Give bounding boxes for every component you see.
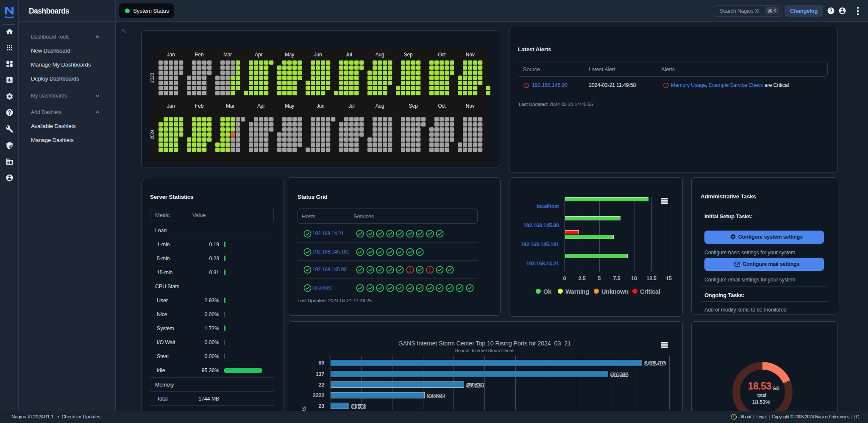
svg-text:Aug: Aug (376, 103, 384, 109)
svg-text:Jan: Jan (167, 103, 175, 109)
svg-text:306 238: 306 238 (427, 393, 445, 398)
svg-text:Apr: Apr (255, 52, 262, 58)
svg-text:Nov: Nov (466, 52, 475, 58)
svg-text:Mar: Mar (226, 103, 234, 109)
svg-text:1 011 416: 1 011 416 (645, 361, 665, 366)
svg-text:Nov: Nov (466, 103, 475, 109)
svg-text:Oct: Oct (438, 52, 446, 58)
svg-text:Feb: Feb (195, 103, 204, 109)
svg-text:60 760: 60 760 (351, 404, 366, 409)
svg-text:Sep: Sep (404, 52, 413, 58)
svg-text:Jul: Jul (348, 103, 355, 109)
svg-text:Mar: Mar (223, 52, 232, 58)
svg-text:Sep: Sep (409, 103, 418, 109)
svg-text:901 914: 901 914 (611, 372, 628, 377)
svg-text:Aug: Aug (376, 52, 384, 58)
svg-text:Jul: Jul (346, 52, 352, 58)
svg-text:2023: 2023 (150, 73, 155, 83)
svg-text:Jun: Jun (317, 103, 325, 109)
svg-text:Jan: Jan (167, 52, 175, 58)
svg-text:May: May (285, 52, 294, 58)
svg-text:Feb: Feb (195, 52, 204, 58)
svg-text:433 204: 433 204 (466, 383, 484, 388)
svg-text:May: May (285, 103, 294, 109)
svg-text:Apr: Apr (257, 103, 265, 109)
svg-text:Jun: Jun (314, 52, 322, 58)
svg-text:2024: 2024 (150, 129, 155, 139)
svg-text:Oct: Oct (438, 103, 446, 109)
